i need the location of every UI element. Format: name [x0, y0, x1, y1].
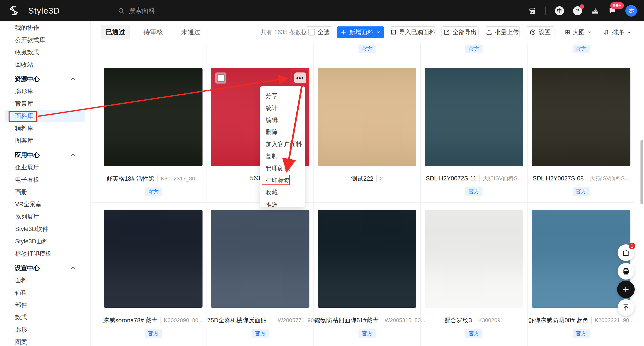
avatar[interactable]: 杰: [625, 5, 637, 17]
menu-item-add-to-customer-fabric[interactable]: 加入客户面料: [260, 138, 305, 150]
select-all-checkbox[interactable]: [308, 29, 315, 35]
cart-bag-button[interactable]: 1: [618, 244, 634, 261]
search-input[interactable]: 搜索面料: [118, 6, 155, 15]
sidebar-item-fabric-lib[interactable]: 面料库: [5, 110, 85, 122]
sidebar-item-pattern-setting[interactable]: 图案: [0, 336, 90, 346]
menu-item-statistics[interactable]: 统计: [260, 102, 305, 114]
back-to-top-button[interactable]: [618, 299, 634, 316]
help-icon[interactable]: ?: [573, 6, 582, 15]
fabric-swatch[interactable]: [532, 210, 630, 308]
card-checkbox[interactable]: [215, 72, 226, 84]
vertical-scrollbar[interactable]: [640, 140, 643, 204]
download-icon[interactable]: [591, 7, 599, 15]
sidebar-item-series-hall[interactable]: 系列展厅: [0, 210, 90, 223]
sidebar-item-trim-setting[interactable]: 辅料: [0, 286, 90, 299]
language-icon[interactable]: 中: [555, 6, 564, 15]
sidebar-item-silhouette-setting[interactable]: 廓形: [0, 323, 90, 336]
menu-item-favorite[interactable]: 收藏: [260, 186, 305, 199]
grid-row-2: 凉感sorona78# 藏青K3002090_80... 官方 75D全涤机械弹…: [91, 203, 640, 344]
sidebar-item-style3d-fabric[interactable]: Style3D面料: [0, 235, 90, 247]
sidebar-item-style-setting[interactable]: 款式: [0, 311, 90, 323]
fabric-card[interactable]: 锦氨防粘四面弹61#藏青W2005315_80... 官方: [314, 203, 421, 344]
sidebar-item-recycle-bin[interactable]: 回收站: [0, 58, 90, 71]
settings-button[interactable]: 设置: [526, 26, 554, 38]
tab-rejected[interactable]: 未通过: [176, 25, 206, 40]
menu-item-edit[interactable]: 编辑: [260, 114, 305, 126]
style3d-app: Style3D 搜索面料 中 ? 99+ 杰 我的协作 公开款式库 收藏款式: [0, 0, 644, 346]
more-actions-button[interactable]: •••: [294, 72, 306, 84]
marketplace-icon[interactable]: [528, 7, 536, 15]
messages-icon[interactable]: 99+: [608, 7, 616, 15]
sidebar-item-favorite-styles[interactable]: 收藏款式: [0, 46, 90, 58]
fabric-code: 2: [380, 175, 383, 182]
sidebar-item-part-setting[interactable]: 部件: [0, 299, 90, 311]
import-icon: [390, 29, 396, 35]
fabric-card[interactable]: 舒芙格18# 活性黑K3002317_80... 官方: [91, 61, 207, 203]
sidebar: 我的协作 公开款式库 收藏款式 回收站 资源中心 廓形库 背景库 面料库 辅料库…: [0, 21, 91, 346]
search-icon: [118, 7, 125, 14]
fabric-card[interactable]: 测试2222: [314, 61, 421, 203]
fabric-swatch[interactable]: [425, 68, 523, 166]
plus-icon: [622, 285, 630, 293]
logo-text: Style3D: [28, 6, 60, 16]
add-fabric-button[interactable]: 新增面料: [337, 26, 384, 38]
tab-approved[interactable]: 已通过: [101, 25, 130, 40]
menu-item-push[interactable]: 推送: [260, 199, 305, 207]
official-badge: 官方: [573, 45, 590, 53]
select-all-button[interactable]: 全选: [306, 26, 332, 38]
sidebar-item-vr-room[interactable]: VR全景室: [0, 198, 90, 210]
fabric-card[interactable]: SDL H2Y0027S-08天猫ISV面料S... 官方: [528, 61, 634, 203]
fabric-swatch[interactable]: [104, 210, 203, 308]
sidebar-section-settings-center[interactable]: 设置中心: [0, 262, 90, 274]
status-tabs: 已通过 待审核 未通过: [101, 25, 206, 40]
logo[interactable]: Style3D: [9, 6, 60, 16]
menu-item-delete[interactable]: 删除: [260, 126, 305, 138]
fabric-card[interactable]: 凉感sorona78# 藏青K3002090_80... 官方: [91, 203, 207, 344]
menu-item-print-label[interactable]: 打印标签: [260, 174, 305, 186]
fabric-swatch[interactable]: [318, 68, 416, 166]
sidebar-item-trim-lib[interactable]: 辅料库: [0, 122, 90, 134]
import-purchased-button[interactable]: 导入已购面料: [390, 26, 435, 38]
sidebar-item-background-lib[interactable]: 背景库: [0, 97, 90, 110]
topbar-divider: [545, 7, 546, 15]
fabric-swatch[interactable]: [425, 210, 523, 308]
upload-icon: [486, 29, 492, 35]
sidebar-item-album[interactable]: 画册: [0, 186, 90, 198]
sidebar-item-pattern-lib[interactable]: 图案库: [0, 134, 90, 147]
search-placeholder: 搜索面料: [129, 6, 155, 15]
fabric-swatch[interactable]: [104, 68, 203, 166]
view-mode-button[interactable]: 大图: [565, 26, 592, 38]
sidebar-item-fabric-setting[interactable]: 面料: [0, 274, 90, 286]
sidebar-section-resource-center[interactable]: 资源中心: [0, 73, 90, 85]
card-context-menu: 分享 统计 编辑 删除 加入客户面料 复制 管理颜色 打印标签 收藏 推送: [260, 86, 305, 207]
sidebar-item-silhouette-lib[interactable]: 廓形库: [0, 85, 90, 97]
tab-pending[interactable]: 待审核: [138, 25, 168, 40]
fabric-code: K2002221_90...: [595, 317, 634, 324]
add-button[interactable]: [617, 281, 635, 298]
fabric-name: SDL H2Y0072S-11: [426, 175, 476, 182]
fabric-card[interactable]: SDL H2Y0072S-11天猫ISV面料S... 官方: [421, 61, 528, 203]
fabric-card[interactable]: 75D全涤机械弹反面贴...W2005771_90... 官方: [207, 203, 314, 344]
sidebar-item-my-collab[interactable]: 我的协作: [0, 21, 90, 34]
sidebar-item-enterprise-hall[interactable]: 企业展厅: [0, 161, 90, 173]
sidebar-section-app-center[interactable]: 应用中心: [0, 149, 90, 161]
fabric-swatch[interactable]: [318, 210, 416, 308]
fabric-name: 锦氨防粘四面弹61#藏青: [314, 316, 379, 324]
grid-row-partial: 官方 官方 官方: [91, 43, 640, 61]
menu-item-manage-colors[interactable]: 管理颜色: [260, 162, 305, 174]
fabric-swatch[interactable]: [211, 210, 309, 308]
menu-item-copy[interactable]: 复制: [260, 150, 305, 162]
fabric-card[interactable]: 配合罗纹3K3002091 官方: [421, 203, 528, 344]
fabric-swatch[interactable]: [532, 68, 630, 166]
batch-upload-button[interactable]: 批量上传: [485, 26, 520, 38]
export-all-button[interactable]: 全部导出: [441, 26, 479, 38]
shopping-bag-icon: [622, 249, 630, 257]
print-button[interactable]: [618, 263, 634, 280]
sort-button[interactable]: 排序: [602, 26, 633, 38]
menu-item-share[interactable]: 分享: [260, 90, 305, 102]
sidebar-item-style3d-software[interactable]: Style3D软件: [0, 223, 90, 235]
back-to-top-icon: [622, 303, 630, 312]
sidebar-item-public-styles[interactable]: 公开款式库: [0, 34, 90, 46]
sidebar-item-e-board[interactable]: 电子看板: [0, 173, 90, 186]
sidebar-item-label-print-template[interactable]: 标签打印模板: [0, 247, 90, 260]
